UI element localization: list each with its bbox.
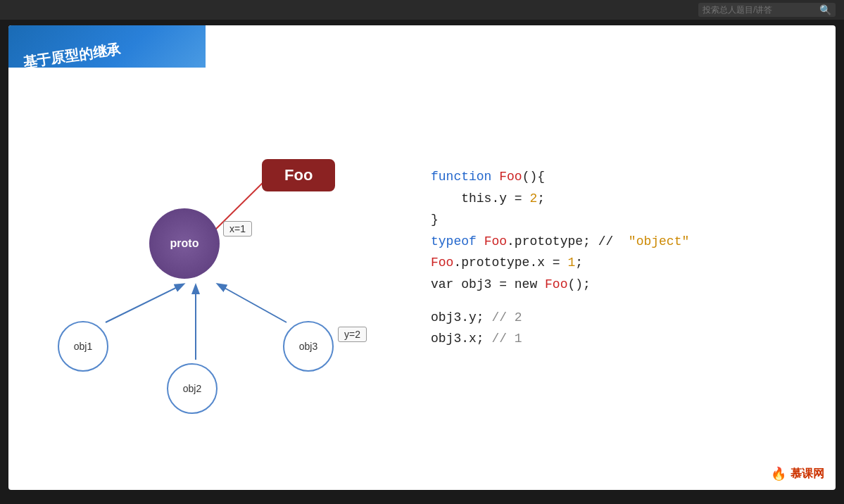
code-line5: Foo.prototype.x = 1; bbox=[431, 252, 689, 274]
obj2-circle: obj2 bbox=[167, 363, 218, 414]
arrows-svg bbox=[30, 68, 424, 476]
code-line7: obj3.y; // 2 bbox=[431, 307, 689, 329]
obj1-circle: obj1 bbox=[58, 321, 108, 372]
code-foo-name: Foo bbox=[499, 170, 522, 184]
obj3-circle: obj3 bbox=[283, 321, 334, 372]
proto-circle: proto bbox=[149, 208, 220, 279]
svg-line-1 bbox=[106, 284, 183, 322]
code-line4: typeof Foo.prototype; // "object" bbox=[431, 231, 689, 253]
watermark-text: 慕课网 bbox=[791, 467, 824, 481]
search-icon: 🔍 bbox=[819, 4, 831, 15]
search-bar[interactable]: 🔍 bbox=[698, 3, 836, 17]
code-line1: function Foo(){ bbox=[431, 166, 689, 188]
watermark: 🔥 慕课网 bbox=[771, 466, 824, 481]
code-line2: this.y = 2; bbox=[431, 188, 689, 210]
code-line6: var obj3 = new Foo(); bbox=[431, 274, 689, 296]
diagram-area: Foo proto x=1 obj1 obj2 obj3 y=2 bbox=[30, 68, 424, 476]
code-function-keyword: function bbox=[431, 170, 499, 184]
code-area: function Foo(){ this.y = 2; } typeof Foo… bbox=[431, 166, 689, 350]
x1-label: x=1 bbox=[223, 221, 252, 237]
code-line3: } bbox=[431, 209, 689, 231]
y2-label: y=2 bbox=[338, 327, 367, 342]
main-content: 基于原型的继承 Foo proto x=1 bbox=[8, 25, 836, 490]
code-line8: obj3.x; // 1 bbox=[431, 328, 689, 350]
svg-line-3 bbox=[218, 284, 286, 322]
foo-box: Foo bbox=[262, 159, 335, 191]
search-input[interactable] bbox=[703, 5, 815, 15]
flame-icon: 🔥 bbox=[771, 466, 786, 481]
